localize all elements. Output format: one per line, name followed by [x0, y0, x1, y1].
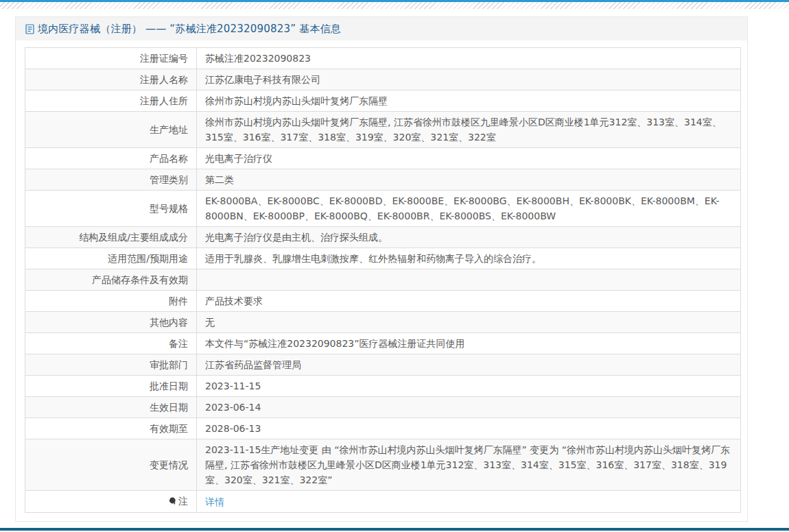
row-value: 无 [197, 312, 741, 333]
row-value: 2023-06-14 [197, 397, 741, 418]
table-row: 生效日期2023-06-14 [25, 397, 741, 418]
row-label: 生效日期 [25, 397, 197, 418]
table-row: 其他内容无 [25, 312, 741, 333]
table-row: 注册人住所徐州市苏山村境内苏山头烟叶复烤厂东隔壁 [25, 90, 741, 112]
table-row: 生产地址徐州市苏山村境内苏山头烟叶复烤厂东隔壁, 江苏省徐州市鼓楼区九里峰景小区… [25, 112, 741, 148]
row-value: 徐州市苏山村境内苏山头烟叶复烤厂东隔壁, 江苏省徐州市鼓楼区九里峰景小区D区商业… [197, 112, 741, 148]
table-row: 有效期至2028-06-13 [25, 418, 741, 439]
note-pin-icon [169, 494, 176, 509]
row-value: 2023-11-15 [197, 376, 741, 397]
table-row: 产品储存条件及有效期 [25, 269, 741, 291]
table-row: 注详情 [25, 491, 741, 513]
row-value: 本文件与“苏械注准20232090823”医疗器械注册证共同使用 [197, 333, 741, 354]
row-label: 批准日期 [25, 376, 197, 397]
hatch-pattern-strip [0, 2, 789, 9]
row-value: 光电离子治疗仪 [197, 148, 741, 169]
row-label: 管理类别 [25, 169, 197, 191]
row-label: 注 [25, 491, 197, 513]
row-value: 2023-11-15生产地址变更 由 “徐州市苏山村境内苏山头烟叶复烤厂东隔壁”… [197, 439, 741, 491]
row-value: 江苏省药品监督管理局 [197, 354, 741, 376]
row-label: 备注 [25, 333, 197, 354]
row-label: 产品名称 [25, 148, 197, 169]
row-label: 有效期至 [25, 418, 197, 439]
row-label: 审批部门 [25, 354, 197, 376]
row-label: 适用范围/预期用途 [25, 248, 197, 269]
registration-info-panel: 境内医疗器械（注册） —— “苏械注准20232090823” 基本信息 注册证… [15, 16, 748, 522]
row-value: 详情 [197, 491, 741, 513]
table-row: 批准日期2023-11-15 [25, 376, 741, 397]
table-row: 适用范围/预期用途适用于乳腺炎、乳腺增生电刺激按摩、红外热辐射和药物离子导入的综… [25, 248, 741, 269]
row-label: 变更情况 [25, 439, 197, 491]
panel-body: 注册证编号苏械注准20232090823注册人名称江苏亿康电子科技有限公司注册人… [16, 40, 747, 521]
row-label: 型号规格 [25, 191, 197, 227]
table-row: 产品名称光电离子治疗仪 [25, 148, 741, 169]
document-icon [25, 24, 34, 34]
row-label: 生产地址 [25, 112, 197, 148]
row-value: 适用于乳腺炎、乳腺增生电刺激按摩、红外热辐射和药物离子导入的综合治疗。 [197, 248, 741, 269]
row-label: 注册人住所 [25, 90, 197, 112]
table-row: 附件产品技术要求 [25, 291, 741, 312]
row-value: 苏械注准20232090823 [197, 48, 741, 69]
row-label: 注册证编号 [25, 48, 197, 69]
table-row: 注册人名称江苏亿康电子科技有限公司 [25, 69, 741, 90]
table-row: 结构及组成/主要组成成分光电离子治疗仪是由主机、治疗探头组成。 [25, 227, 741, 248]
row-value: 2028-06-13 [197, 418, 741, 439]
row-value: 徐州市苏山村境内苏山头烟叶复烤厂东隔壁 [197, 90, 741, 112]
registration-table: 注册证编号苏械注准20232090823注册人名称江苏亿康电子科技有限公司注册人… [25, 47, 741, 513]
row-value: EK-8000BA、EK-8000BC、EK-8000BD、EK-8000BE、… [197, 191, 741, 227]
row-label: 附件 [25, 291, 197, 312]
row-value: 江苏亿康电子科技有限公司 [197, 69, 741, 90]
row-value: 光电离子治疗仪是由主机、治疗探头组成。 [197, 227, 741, 248]
table-row: 管理类别第二类 [25, 169, 741, 191]
table-row: 注册证编号苏械注准20232090823 [25, 48, 741, 69]
row-value: 产品技术要求 [197, 291, 741, 312]
footer-accent-line [0, 528, 789, 531]
table-row: 型号规格EK-8000BA、EK-8000BC、EK-8000BD、EK-800… [25, 191, 741, 227]
row-value: 第二类 [197, 169, 741, 191]
row-value [197, 269, 741, 291]
detail-link[interactable]: 详情 [205, 496, 224, 507]
row-label: 注册人名称 [25, 69, 197, 90]
table-row: 审批部门江苏省药品监督管理局 [25, 354, 741, 376]
page-title: 境内医疗器械（注册） —— “苏械注准20232090823” 基本信息 [38, 23, 341, 36]
row-label: 结构及组成/主要组成成分 [25, 227, 197, 248]
row-label: 其他内容 [25, 312, 197, 333]
row-label-text: 注 [178, 496, 188, 507]
row-label: 产品储存条件及有效期 [25, 269, 197, 291]
panel-header: 境内医疗器械（注册） —— “苏械注准20232090823” 基本信息 [16, 17, 747, 40]
table-row: 备注本文件与“苏械注准20232090823”医疗器械注册证共同使用 [25, 333, 741, 354]
table-row: 变更情况2023-11-15生产地址变更 由 “徐州市苏山村境内苏山头烟叶复烤厂… [25, 439, 741, 491]
